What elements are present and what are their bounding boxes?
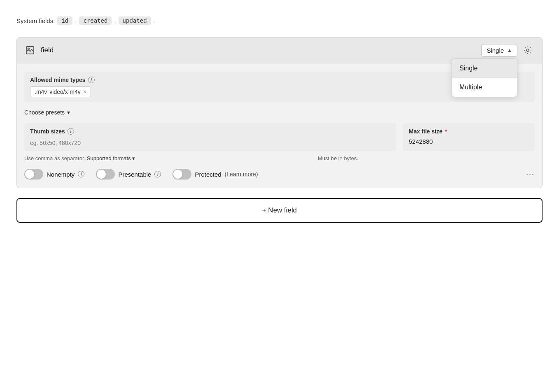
- thumb-sizes-info-icon[interactable]: i: [68, 128, 74, 135]
- required-star: *: [445, 128, 447, 135]
- field-badge-updated: updated: [119, 16, 151, 25]
- type-select-arrow: ▲: [507, 47, 512, 53]
- svg-point-1: [28, 48, 30, 50]
- field-badge-id: id: [57, 16, 72, 25]
- mime-type-text: video/x-m4v: [49, 89, 80, 95]
- toggle-presentable-group: Presentable i: [96, 169, 161, 180]
- toggle-nonempty-label: Nonempty: [47, 171, 75, 178]
- presentable-info-icon[interactable]: i: [154, 171, 161, 177]
- more-options-button[interactable]: ···: [526, 170, 535, 179]
- type-dropdown-menu: Single Multiple: [452, 58, 517, 97]
- field-badge-created: created: [79, 16, 112, 25]
- sizes-row: Thumb sizes i Max file size * 5242880: [24, 123, 535, 151]
- type-select-button[interactable]: Single ▲: [481, 44, 517, 57]
- supported-formats-link[interactable]: Supported formats ▾: [87, 155, 137, 161]
- toggle-protected-label: Protected: [195, 171, 221, 178]
- image-icon: [24, 44, 36, 56]
- mime-tag-remove[interactable]: ×: [83, 89, 86, 95]
- gear-button[interactable]: [521, 43, 535, 57]
- svg-point-2: [526, 49, 529, 51]
- thumb-sizes-section: Thumb sizes i: [24, 123, 396, 151]
- toggle-protected-group: Protected (Learn more): [172, 169, 258, 180]
- choose-presets[interactable]: Choose presets ▾: [24, 109, 70, 116]
- toggles-row: Nonempty i Presentable i Protected (Lear…: [24, 169, 535, 180]
- learn-more-link[interactable]: (Learn more): [225, 171, 258, 177]
- mime-ext: .m4v: [35, 89, 47, 95]
- system-fields-row: System fields: id , created , updated .: [16, 16, 543, 25]
- toggle-nonempty[interactable]: [24, 169, 43, 180]
- mime-types-info-icon[interactable]: i: [88, 77, 95, 83]
- system-fields-label: System fields:: [16, 17, 55, 24]
- type-dropdown-wrapper: Single ▲ Single Multiple: [481, 44, 517, 57]
- dropdown-item-single[interactable]: Single: [452, 59, 517, 78]
- thumb-sizes-input[interactable]: [30, 140, 391, 146]
- toggle-presentable-label: Presentable: [118, 171, 151, 178]
- max-file-section: Max file size * 5242880: [403, 123, 535, 151]
- hint-row: Use comma as separator. Supported format…: [24, 155, 535, 161]
- must-bytes-hint: Must be in bytes.: [318, 155, 358, 161]
- presets-arrow: ▾: [67, 109, 70, 116]
- field-card: field Single ▲ Single Multiple: [16, 37, 543, 188]
- field-card-header: field Single ▲ Single Multiple: [17, 37, 542, 63]
- header-right: Single ▲ Single Multiple: [481, 43, 535, 57]
- field-name: field: [41, 46, 476, 54]
- new-field-button[interactable]: + New field: [16, 198, 543, 223]
- max-file-label: Max file size *: [409, 128, 529, 135]
- toggle-nonempty-group: Nonempty i: [24, 169, 84, 180]
- toggle-protected[interactable]: [172, 169, 191, 180]
- type-select-value: Single: [487, 47, 504, 54]
- dropdown-item-multiple[interactable]: Multiple: [452, 78, 517, 97]
- mime-tag-m4v: .m4v video/x-m4v ×: [30, 86, 91, 97]
- thumb-sizes-label: Thumb sizes i: [30, 128, 391, 135]
- toggle-presentable[interactable]: [96, 169, 115, 180]
- max-file-value: 5242880: [409, 138, 529, 145]
- nonempty-info-icon[interactable]: i: [78, 171, 84, 177]
